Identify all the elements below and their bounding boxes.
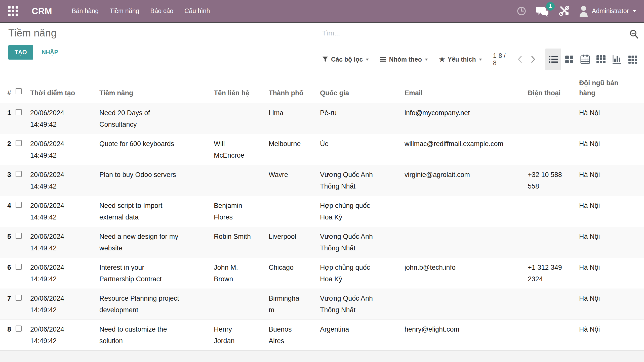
cell-name: Plan to buy Odoo servers bbox=[99, 165, 214, 196]
cell-contact: John M. Brown bbox=[214, 258, 269, 289]
table-row[interactable]: 120/06/2024 14:49:42Need 20 Days of Cons… bbox=[0, 103, 644, 134]
chevron-down-icon bbox=[632, 10, 636, 14]
chevron-down-icon bbox=[425, 59, 428, 62]
header-email[interactable]: Email bbox=[405, 73, 528, 103]
header-contact[interactable]: Tên liên hệ bbox=[214, 73, 269, 103]
cell-email bbox=[405, 289, 528, 320]
main-menu: Bán hàng Tiềm năng Báo cáo Cấu hình bbox=[72, 7, 210, 15]
menu-reporting[interactable]: Báo cáo bbox=[150, 7, 173, 15]
app-title[interactable]: CRM bbox=[32, 6, 52, 16]
filter-bar: Các bộ lọc Nhóm theo ★ Yêu thích 1-8 / 8 bbox=[322, 47, 640, 71]
row-checkbox-cell bbox=[12, 165, 30, 196]
calendar-view-icon[interactable] bbox=[577, 49, 593, 70]
row-checkbox[interactable] bbox=[16, 264, 22, 270]
cell-email bbox=[405, 227, 528, 258]
row-checkbox[interactable] bbox=[16, 326, 22, 332]
cell-country: Hợp chủng quốc Hoa Kỳ bbox=[320, 196, 405, 227]
table-row[interactable]: 620/06/2024 14:49:42Interest in your Par… bbox=[0, 258, 644, 289]
tools-icon[interactable] bbox=[559, 6, 569, 16]
apps-grid-icon[interactable] bbox=[8, 6, 18, 16]
cell-team: Hà Nội bbox=[579, 196, 644, 227]
pager-previous-icon[interactable] bbox=[517, 55, 523, 64]
search-input[interactable] bbox=[322, 26, 640, 41]
favorites-dropdown[interactable]: ★ Yêu thích bbox=[439, 56, 482, 63]
row-checkbox[interactable] bbox=[16, 233, 22, 239]
menu-sales[interactable]: Bán hàng bbox=[72, 7, 99, 15]
row-checkbox-cell bbox=[12, 258, 30, 289]
cell-created: 20/06/2024 14:49:42 bbox=[30, 227, 99, 258]
row-checkbox-cell bbox=[12, 227, 30, 258]
cell-email bbox=[405, 196, 528, 227]
row-checkbox[interactable] bbox=[16, 202, 22, 208]
row-number: 2 bbox=[0, 134, 12, 165]
row-number: 7 bbox=[0, 289, 12, 320]
cell-country: Vương Quốc Anh Thống Nhất bbox=[320, 165, 405, 196]
row-checkbox[interactable] bbox=[16, 171, 22, 177]
header-sales-team[interactable]: Đội ngũ bán hàng bbox=[579, 73, 644, 103]
group-by-icon bbox=[380, 56, 386, 62]
cell-phone bbox=[528, 103, 579, 134]
search-icon[interactable] bbox=[629, 30, 639, 39]
cell-email: willmac@rediffmail.example.com bbox=[405, 134, 528, 165]
groupby-dropdown[interactable]: Nhóm theo bbox=[380, 56, 428, 63]
table-row[interactable]: 820/06/2024 14:49:42Need to customize th… bbox=[0, 320, 644, 351]
select-all-checkbox[interactable] bbox=[16, 88, 22, 94]
cell-email: info@mycompany.net bbox=[405, 103, 528, 134]
cell-phone bbox=[528, 320, 579, 351]
cell-phone bbox=[528, 289, 579, 320]
leads-table-body: 120/06/2024 14:49:42Need 20 Days of Cons… bbox=[0, 103, 644, 351]
cell-city bbox=[269, 196, 320, 227]
pivot-view-icon[interactable] bbox=[593, 49, 609, 70]
cell-created: 20/06/2024 14:49:42 bbox=[30, 165, 99, 196]
table-row[interactable]: 720/06/2024 14:49:42Resource Planning pr… bbox=[0, 289, 644, 320]
filters-dropdown[interactable]: Các bộ lọc bbox=[322, 56, 369, 63]
cell-name: Need a new design for my website bbox=[99, 227, 214, 258]
cell-city: Melbourne bbox=[269, 134, 320, 165]
row-number: 1 bbox=[0, 103, 12, 134]
header-phone[interactable]: Điện thoại bbox=[528, 73, 579, 103]
row-number: 8 bbox=[0, 320, 12, 351]
activities-clock-icon[interactable] bbox=[516, 6, 527, 16]
cell-city: Buenos Aires bbox=[269, 320, 320, 351]
cell-created: 20/06/2024 14:49:42 bbox=[30, 196, 99, 227]
row-checkbox-cell bbox=[12, 103, 30, 134]
header-lead-name[interactable]: Tiềm năng bbox=[99, 73, 214, 103]
table-row[interactable]: 420/06/2024 14:49:42Need script to Impor… bbox=[0, 196, 644, 227]
activity-view-icon[interactable] bbox=[625, 49, 640, 70]
row-number: 4 bbox=[0, 196, 12, 227]
row-checkbox[interactable] bbox=[16, 109, 22, 115]
cell-team: Hà Nội bbox=[579, 227, 644, 258]
table-row[interactable]: 520/06/2024 14:49:42Need a new design fo… bbox=[0, 227, 644, 258]
table-row[interactable]: 220/06/2024 14:49:42Quote for 600 keyboa… bbox=[0, 134, 644, 165]
create-button[interactable]: TẠO bbox=[8, 45, 33, 60]
header-country[interactable]: Quốc gia bbox=[320, 73, 405, 103]
row-number: 6 bbox=[0, 258, 12, 289]
cell-country: Vương Quốc Anh Thống Nhất bbox=[320, 289, 405, 320]
graph-view-icon[interactable] bbox=[609, 49, 625, 70]
row-checkbox[interactable] bbox=[16, 140, 22, 146]
list-view-icon[interactable] bbox=[545, 49, 561, 70]
cell-phone bbox=[528, 196, 579, 227]
table-row[interactable]: 320/06/2024 14:49:42Plan to buy Odoo ser… bbox=[0, 165, 644, 196]
messages-icon[interactable]: 1 bbox=[536, 6, 549, 17]
header-checkbox-cell bbox=[12, 73, 30, 103]
header-created[interactable]: Thời điểm tạo bbox=[30, 73, 99, 103]
pager-next-icon[interactable] bbox=[530, 55, 536, 64]
menu-configuration[interactable]: Cấu hình bbox=[184, 7, 210, 15]
chevron-down-icon bbox=[479, 59, 482, 62]
pager-value: 1-8 / 8 bbox=[493, 52, 510, 67]
menu-leads[interactable]: Tiềm năng bbox=[110, 7, 139, 15]
user-menu[interactable]: Administrator bbox=[579, 5, 636, 17]
row-checkbox[interactable] bbox=[16, 295, 22, 301]
header-city[interactable]: Thành phố bbox=[269, 73, 320, 103]
cell-created: 20/06/2024 14:49:42 bbox=[30, 103, 99, 134]
cell-city: Wavre bbox=[269, 165, 320, 196]
cell-phone bbox=[528, 227, 579, 258]
row-number: 3 bbox=[0, 165, 12, 196]
header-row-number: # bbox=[0, 73, 12, 103]
cell-name: Need to customize the solution bbox=[99, 320, 214, 351]
kanban-view-icon[interactable] bbox=[561, 49, 577, 70]
cell-name: Resource Planning project development bbox=[99, 289, 214, 320]
import-button[interactable]: NHẬP bbox=[42, 49, 58, 56]
cell-city: Lima bbox=[269, 103, 320, 134]
